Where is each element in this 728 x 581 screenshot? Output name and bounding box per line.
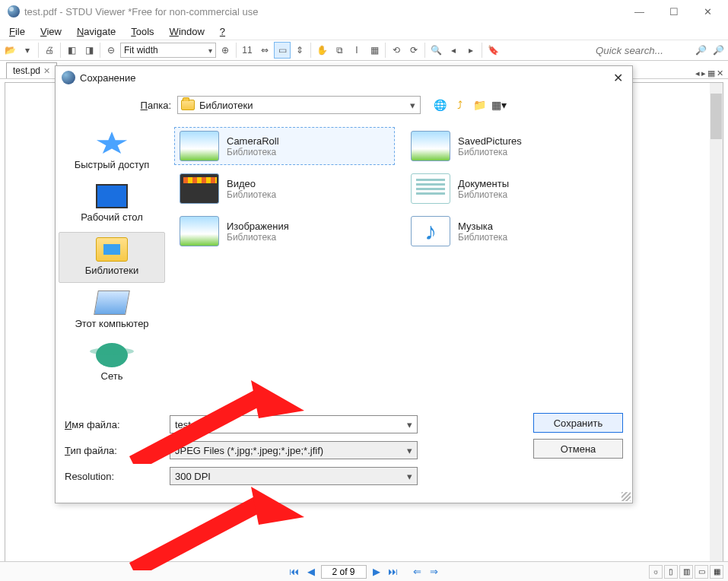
library-item[interactable]: ♪ Музыка Библиотека: [405, 212, 626, 250]
page-num-icon[interactable]: 11: [239, 42, 256, 59]
find-prev-icon[interactable]: ◂: [445, 42, 462, 59]
minimize-button[interactable]: —: [622, 1, 656, 22]
place-label: Сеть: [60, 370, 164, 382]
search-back-icon[interactable]: 🔎: [692, 42, 709, 59]
item-sub: Библиотека: [227, 189, 276, 200]
library-item[interactable]: CameraRoll Библиотека: [174, 127, 395, 165]
item-sub: Библиотека: [458, 232, 507, 243]
zoom-in-icon[interactable]: ⊕: [217, 42, 234, 59]
document-tab[interactable]: test.pd ✕: [6, 62, 57, 78]
tab-grid-icon[interactable]: ▦: [707, 68, 715, 78]
history-back-icon[interactable]: ⇐: [411, 566, 424, 577]
tab-scroll-right-icon[interactable]: ▸: [701, 68, 706, 78]
video-icon: [180, 173, 219, 204]
filetype-select[interactable]: JPEG Files (*.jpg;*.jpeg;*.jpe;*.jfif): [170, 441, 418, 459]
snapshot-icon[interactable]: ⧉: [331, 42, 348, 59]
place-label: Библиотеки: [61, 265, 163, 276]
dropdown-icon[interactable]: ▾: [19, 42, 36, 59]
zoom-out-icon[interactable]: ⊖: [103, 42, 119, 59]
folder-label: Папка:: [65, 100, 171, 111]
menu-file[interactable]: File: [3, 24, 31, 39]
back-icon[interactable]: 🌐: [433, 98, 447, 112]
menu-help[interactable]: ?: [214, 24, 231, 39]
place-network[interactable]: Сеть: [59, 338, 165, 388]
filename-input[interactable]: test_002: [170, 415, 418, 433]
quick-search-input[interactable]: [593, 43, 691, 58]
library-item[interactable]: SavedPictures Библиотека: [405, 127, 626, 165]
item-sub: Библиотека: [227, 147, 279, 157]
last-page-icon[interactable]: ⏭: [386, 566, 400, 577]
library-item[interactable]: Документы Библиотека: [405, 170, 626, 208]
resolution-select[interactable]: 300 DPI: [170, 467, 418, 485]
resize-grip-icon[interactable]: [622, 492, 631, 501]
cancel-button[interactable]: Отмена: [533, 439, 623, 459]
pc-icon: [94, 290, 130, 315]
close-button[interactable]: ✕: [691, 1, 725, 22]
dialog-close-button[interactable]: ✕: [610, 71, 626, 85]
up-icon[interactable]: ⤴: [453, 98, 466, 112]
rotate-left-icon[interactable]: ⟲: [388, 42, 405, 59]
place-label: Быстрый доступ: [60, 159, 164, 170]
toolbar: 📂 ▾ 🖨 ◧ ◨ ⊖ Fit width ⊕ 11 ⇔ ▭ ⇕ ✋ ⧉ I ▦…: [0, 40, 728, 61]
highlight-icon[interactable]: ▦: [366, 42, 383, 59]
tab-scroll-left-icon[interactable]: ◂: [695, 68, 700, 78]
fit-page-icon[interactable]: ▭: [274, 42, 291, 59]
view-menu-icon[interactable]: ▦▾: [492, 98, 506, 112]
rotate-right-icon[interactable]: ⟳: [405, 42, 422, 59]
tab-close-icon[interactable]: ✕: [43, 66, 50, 76]
fit-width-icon[interactable]: ⇔: [256, 42, 273, 59]
brightness-icon[interactable]: ☼: [649, 565, 663, 579]
place-label: Этот компьютер: [60, 318, 164, 329]
next-page-icon[interactable]: ▶: [370, 566, 383, 577]
tab-close-all-icon[interactable]: ✕: [717, 68, 723, 78]
fit-height-icon[interactable]: ⇕: [291, 42, 308, 59]
menu-view[interactable]: View: [34, 24, 68, 39]
find-icon[interactable]: 🔍: [428, 42, 444, 59]
pane-right-icon[interactable]: ◨: [81, 42, 97, 59]
single-page-icon[interactable]: ▯: [664, 565, 678, 579]
folder-select[interactable]: Библиотеки: [177, 96, 421, 114]
picture-icon: [411, 131, 450, 161]
item-name: Документы: [458, 178, 509, 189]
folder-icon: [181, 100, 195, 110]
picture-icon: [180, 216, 219, 246]
places-bar: Быстрый доступ Рабочий стол Библиотеки Э…: [56, 121, 168, 407]
file-list: CameraRoll Библиотека SavedPictures Библ…: [168, 121, 632, 407]
two-page-icon[interactable]: ▭: [695, 565, 708, 579]
page-indicator[interactable]: [321, 565, 367, 579]
save-button[interactable]: Сохранить: [533, 413, 623, 433]
library-item[interactable]: Изображения Библиотека: [174, 212, 395, 250]
pane-left-icon[interactable]: ◧: [63, 42, 80, 59]
titlebar: test.pdf - STDU Viewer *Free for non-com…: [0, 0, 728, 23]
menu-window[interactable]: Window: [164, 24, 211, 39]
print-icon[interactable]: 🖨: [41, 42, 58, 59]
find-next-icon[interactable]: ▸: [463, 42, 479, 59]
new-folder-icon[interactable]: 📁: [472, 98, 486, 112]
menu-navigate[interactable]: Navigate: [71, 24, 122, 39]
place-label: Рабочий стол: [60, 211, 164, 223]
place-libraries[interactable]: Библиотеки: [59, 232, 165, 283]
zoom-mode-label: Fit width: [124, 45, 158, 56]
maximize-button[interactable]: ☐: [656, 1, 691, 22]
tab-label: test.pd: [13, 65, 40, 76]
place-this-pc[interactable]: Этот компьютер: [59, 286, 165, 335]
text-select-icon[interactable]: I: [348, 42, 365, 59]
item-name: CameraRoll: [227, 135, 279, 147]
item-name: Музыка: [458, 221, 507, 232]
menu-tools[interactable]: Tools: [125, 24, 160, 39]
filetype-label: Тип файла:: [65, 445, 162, 456]
library-item[interactable]: Видео Библиотека: [174, 170, 395, 208]
prev-page-icon[interactable]: ◀: [304, 566, 318, 577]
zoom-select[interactable]: Fit width: [120, 43, 216, 58]
grid-view-icon[interactable]: ▦: [710, 565, 723, 579]
history-fwd-icon[interactable]: ⇒: [428, 566, 441, 577]
open-icon[interactable]: 📂: [2, 42, 18, 59]
search-fwd-icon[interactable]: 🔎: [710, 42, 726, 59]
continuous-icon[interactable]: ▥: [679, 565, 693, 579]
vertical-scrollbar[interactable]: [710, 83, 723, 562]
place-desktop[interactable]: Рабочий стол: [59, 179, 165, 229]
bookmark-icon[interactable]: 🔖: [485, 42, 501, 59]
place-quick-access[interactable]: Быстрый доступ: [59, 127, 165, 176]
hand-tool-icon[interactable]: ✋: [313, 42, 330, 59]
first-page-icon[interactable]: ⏮: [288, 566, 301, 577]
